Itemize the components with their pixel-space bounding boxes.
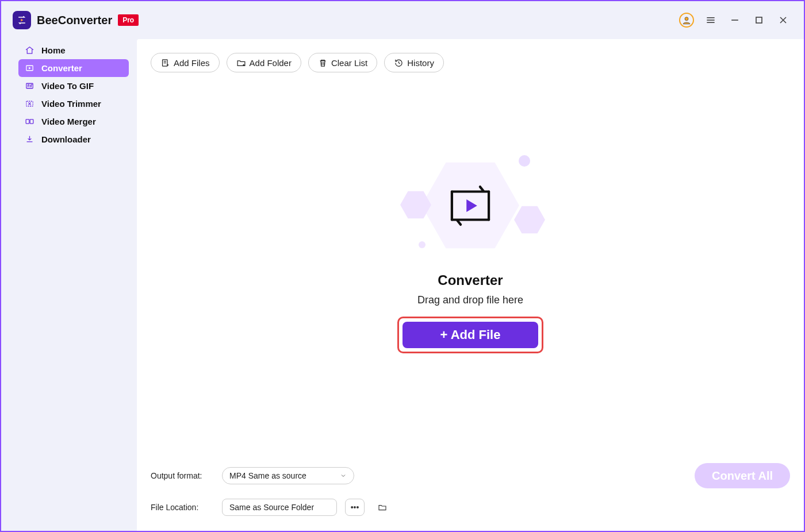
more-options-button[interactable]: ••• [345, 499, 365, 516]
user-icon [679, 13, 694, 28]
account-button[interactable] [677, 11, 696, 29]
home-icon [24, 45, 34, 56]
minimize-icon [729, 14, 741, 26]
empty-state: Converter Drag and drop file here + Add … [384, 148, 557, 353]
svg-rect-12 [30, 119, 33, 124]
trimmer-icon [24, 99, 34, 109]
maximize-icon [753, 14, 765, 26]
download-icon [24, 134, 34, 145]
folder-icon [378, 503, 387, 512]
add-files-button[interactable]: Add Files [151, 53, 220, 72]
menu-icon [705, 14, 716, 26]
file-location-value: Same as Source Folder [229, 503, 314, 512]
sidebar: Home Converter Video To GIF Video Trimme… [1, 39, 137, 531]
svg-rect-5 [756, 17, 762, 23]
output-format-label: Output format: [151, 471, 214, 480]
minimize-button[interactable] [726, 11, 744, 29]
convert-all-button[interactable]: Convert All [695, 463, 790, 488]
sidebar-item-label: Converter [41, 63, 82, 73]
sidebar-item-video-trimmer[interactable]: Video Trimmer [18, 95, 129, 113]
trash-icon [318, 58, 328, 68]
maximize-button[interactable] [750, 11, 768, 29]
sidebar-item-label: Video Trimmer [41, 99, 101, 109]
add-folder-icon [236, 58, 246, 68]
sidebar-item-converter[interactable]: Converter [18, 59, 129, 77]
footer-bar: Output format: MP4 Same as source Conver… [137, 457, 804, 531]
gif-icon [24, 81, 34, 91]
sidebar-item-home[interactable]: Home [18, 41, 129, 59]
svg-point-0 [685, 17, 688, 21]
close-button[interactable] [774, 11, 792, 29]
sidebar-item-label: Home [41, 45, 66, 55]
add-file-button[interactable]: + Add File [402, 322, 538, 348]
titlebar: BeeConverter Pro [1, 1, 804, 39]
empty-state-title: Converter [438, 272, 503, 288]
output-format-select[interactable]: MP4 Same as source [222, 467, 354, 484]
history-icon [394, 58, 404, 68]
convert-large-icon [446, 184, 495, 228]
file-location-field[interactable]: Same as Source Folder [222, 499, 337, 516]
history-button[interactable]: History [384, 53, 444, 72]
converter-icon [24, 63, 34, 74]
merger-icon [24, 117, 34, 127]
add-file-icon [160, 58, 170, 68]
open-folder-button[interactable] [373, 499, 392, 516]
add-folder-button[interactable]: Add Folder [227, 53, 301, 72]
empty-state-subtitle: Drag and drop file here [417, 294, 523, 306]
highlighted-frame: + Add File [397, 317, 543, 353]
app-logo [13, 11, 31, 29]
sidebar-item-label: Downloader [41, 134, 91, 144]
button-label: Add Folder [250, 58, 292, 68]
app-name: BeeConverter [37, 14, 112, 27]
app-window: BeeConverter Pro Home [0, 0, 805, 532]
sidebar-item-label: Video To GIF [41, 81, 94, 91]
pro-badge: Pro [118, 14, 139, 26]
button-label: History [407, 58, 434, 68]
close-icon [777, 14, 789, 26]
chevron-down-icon [340, 472, 347, 479]
file-location-label: File Location: [151, 503, 214, 512]
sidebar-item-label: Video Merger [41, 117, 96, 126]
output-format-value: MP4 Same as source [229, 471, 306, 480]
sidebar-item-downloader[interactable]: Downloader [18, 130, 129, 148]
svg-rect-9 [26, 83, 32, 88]
button-label: Clear List [331, 58, 367, 68]
drop-area[interactable]: Converter Drag and drop file here + Add … [137, 78, 804, 457]
clear-list-button[interactable]: Clear List [308, 53, 377, 72]
sidebar-item-video-merger[interactable]: Video Merger [18, 113, 129, 130]
menu-button[interactable] [702, 11, 720, 29]
main-panel: Add Files Add Folder Clear List History [137, 39, 804, 531]
empty-state-illustration [384, 148, 557, 263]
ellipsis-icon: ••• [351, 503, 359, 512]
svg-rect-11 [26, 119, 29, 124]
sidebar-item-video-to-gif[interactable]: Video To GIF [18, 77, 129, 95]
button-label: Add Files [174, 58, 210, 68]
toolbar: Add Files Add Folder Clear List History [137, 39, 804, 78]
